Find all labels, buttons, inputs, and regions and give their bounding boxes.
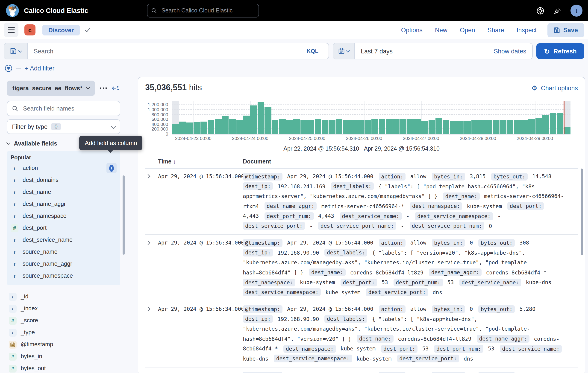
histogram-bar[interactable]	[457, 121, 463, 134]
toolbar-menu-share[interactable]: Share	[488, 27, 504, 33]
histogram-bar[interactable]	[222, 116, 229, 134]
add-field-as-column-button[interactable]: +	[106, 163, 116, 173]
doc-field-key[interactable]: dest_name:	[357, 335, 394, 343]
calendar-menu-button[interactable]	[333, 43, 355, 59]
sort-desc-icon[interactable]: ↓	[173, 158, 176, 165]
doc-field-key[interactable]: action:	[379, 371, 406, 373]
histogram-bar[interactable]	[186, 122, 193, 134]
histogram-bar[interactable]	[315, 120, 321, 134]
histogram-bar[interactable]	[172, 124, 179, 134]
help-icon[interactable]	[536, 7, 544, 14]
doc-field-key[interactable]: dest_ip:	[243, 182, 273, 190]
doc-field-key[interactable]: dest_namespace:	[284, 345, 336, 353]
histogram-bar[interactable]	[336, 120, 343, 134]
doc-field-key[interactable]: bytes_in:	[432, 172, 465, 180]
doc-field-key[interactable]: dest_service_namespace:	[415, 212, 493, 220]
histogram-bar[interactable]	[393, 119, 399, 134]
histogram-bar[interactable]	[429, 120, 435, 134]
doc-field-key[interactable]: dest_name:	[443, 192, 480, 200]
field-item-action[interactable]: taction+	[10, 162, 117, 174]
collapse-sidebar-icon[interactable]	[112, 85, 119, 92]
histogram-bar[interactable]	[535, 118, 542, 134]
doc-field-key[interactable]: action:	[379, 172, 406, 180]
doc-field-key[interactable]: dest_service_namespace:	[243, 288, 321, 296]
doc-field-key[interactable]: dest_port_num:	[264, 212, 314, 220]
doc-field-key[interactable]: dest_ip:	[243, 249, 273, 256]
histogram-bar[interactable]	[549, 113, 556, 134]
menu-icon[interactable]	[4, 22, 18, 37]
toolbar-menu-options[interactable]: Options	[401, 27, 423, 33]
doc-field-key[interactable]: dest_name_aggr:	[477, 335, 529, 343]
index-pattern-selector[interactable]: tigera_secure_ee_flows*	[7, 81, 95, 96]
doc-field-key[interactable]: dest_service_name:	[459, 278, 521, 286]
histogram-bar[interactable]	[414, 119, 421, 134]
field-item-bytes_in[interactable]: #bytes_in	[8, 351, 117, 363]
histogram-bar[interactable]	[478, 120, 485, 134]
kql-toggle[interactable]: KQL	[307, 48, 324, 54]
doc-field-key[interactable]: bytes_in:	[432, 305, 465, 313]
histogram-bar[interactable]	[421, 121, 428, 134]
field-item-id[interactable]: t_id	[8, 291, 117, 302]
doc-field-key[interactable]: @timestamp:	[243, 305, 283, 313]
expand-row-icon[interactable]	[146, 238, 154, 297]
doc-field-key[interactable]: dest_labels:	[331, 182, 374, 190]
filter-by-type-select[interactable]: Filter by type 0	[7, 119, 120, 134]
avatar[interactable]: t	[570, 5, 582, 17]
doc-field-key[interactable]: dest_namespace:	[410, 202, 462, 210]
field-settings-icon[interactable]	[100, 88, 107, 89]
histogram-bar[interactable]	[542, 115, 549, 134]
doc-field-key[interactable]: dest_namespace:	[243, 278, 295, 286]
doc-field-key[interactable]: dest_service_name:	[500, 345, 562, 353]
doc-field-key[interactable]: bytes_out:	[478, 239, 515, 247]
histogram-bar[interactable]	[500, 120, 506, 134]
histogram-bar[interactable]	[371, 119, 378, 134]
field-item-score[interactable]: #_score	[8, 314, 117, 326]
field-item-dest_name[interactable]: tdest_name	[10, 186, 117, 198]
histogram-bar[interactable]	[258, 102, 264, 134]
global-search-input[interactable]	[161, 7, 255, 14]
doc-field-key[interactable]: @timestamp:	[243, 371, 283, 373]
doc-field-key[interactable]: dest_service_port:	[243, 222, 305, 230]
table-scrollbar[interactable]	[581, 169, 583, 255]
doc-field-key[interactable]: dest_ip:	[243, 315, 273, 323]
field-item-dest_domains[interactable]: tdest_domains	[10, 174, 117, 186]
histogram-bar[interactable]	[179, 121, 186, 134]
histogram-bar[interactable]	[443, 121, 449, 134]
histogram-bar[interactable]	[364, 120, 371, 134]
field-search-input[interactable]	[22, 104, 115, 112]
refresh-button[interactable]: ↻ Refresh	[536, 43, 584, 59]
histogram-bar[interactable]	[286, 120, 293, 134]
doc-field-key[interactable]: dest_port:	[381, 345, 418, 353]
time-column-header[interactable]: Time	[158, 158, 171, 165]
doc-field-key[interactable]: bytes_in:	[432, 239, 465, 247]
doc-field-key[interactable]: dest_labels:	[325, 249, 368, 256]
field-item-type[interactable]: t_type	[8, 326, 117, 338]
histogram-bar[interactable]	[279, 120, 286, 134]
field-search[interactable]	[7, 101, 120, 116]
histogram-bar[interactable]	[564, 127, 570, 134]
field-item-dest_port[interactable]: #dest_port	[10, 222, 117, 234]
histogram-bar[interactable]	[329, 120, 336, 134]
histogram-bar[interactable]	[528, 119, 535, 134]
doc-field-key[interactable]: dest_name_aggr:	[264, 202, 317, 210]
histogram-bar[interactable]	[485, 120, 492, 134]
histogram-bar[interactable]	[265, 107, 272, 134]
field-item-source_name_aggr[interactable]: tsource_name_aggr	[10, 258, 117, 270]
histogram-bar[interactable]	[471, 121, 478, 134]
histogram-bar[interactable]	[407, 119, 414, 134]
calico-logo-icon[interactable]	[6, 4, 19, 18]
doc-field-key[interactable]: dest_port:	[507, 202, 544, 210]
doc-field-key[interactable]: dest_service_port_name:	[318, 222, 396, 230]
saved-query-menu-button[interactable]	[4, 43, 28, 59]
histogram-bar[interactable]	[300, 120, 307, 134]
doc-field-key[interactable]: bytes_in:	[432, 371, 465, 373]
chart-options-button[interactable]: ⚙ Chart options	[531, 84, 578, 91]
query-search-input[interactable]	[33, 47, 307, 55]
doc-field-key[interactable]: dest_port_num:	[394, 278, 443, 286]
histogram-bar[interactable]	[293, 119, 300, 134]
doc-field-key[interactable]: dest_service_port:	[366, 288, 428, 296]
time-range-value[interactable]: Last 7 days	[355, 43, 494, 59]
histogram-bar[interactable]	[493, 120, 499, 134]
doc-field-key[interactable]: action:	[379, 305, 406, 313]
doc-field-key[interactable]: action:	[379, 239, 406, 247]
